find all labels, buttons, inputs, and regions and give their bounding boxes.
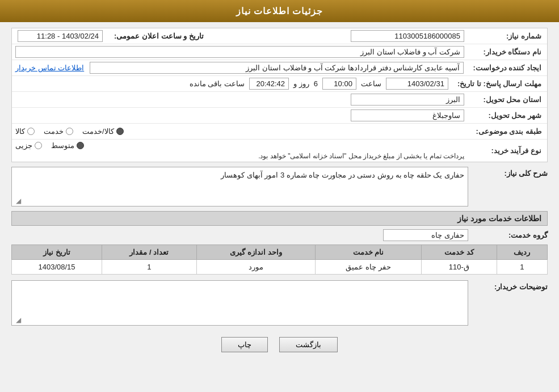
button-bar: بازگشت چاپ xyxy=(11,337,548,352)
radio-kala-khedmat xyxy=(116,128,124,135)
page-header: جزئیات اطلاعات نیاز xyxy=(0,0,559,22)
purchase-type-col: جزیی متوسط پرداخت تمام یا بخشی از مبلغ خ… xyxy=(15,141,464,160)
header-title: جزئیات اطلاعات نیاز xyxy=(236,6,323,16)
row-delivery-city: شهر محل تحویل: ساوجبلاغ xyxy=(12,108,547,124)
announcement-date-label: تاریخ و ساعت اعلان عمومی: xyxy=(108,30,209,42)
announcement-date-field: 1403/02/24 - 11:28 xyxy=(18,30,103,42)
announcement-date-value: 1403/02/24 - 11:28 xyxy=(12,28,108,44)
row-delivery-province: استان محل تحویل: البرز xyxy=(12,92,547,108)
radio-jozii xyxy=(35,142,42,149)
description-box: حفاری یک حلقه چاه به روش دستی در مجاورت … xyxy=(11,167,468,206)
buyer-desc-box: ◢ xyxy=(11,280,468,326)
creator-label: ایجاد کننده درخواست: xyxy=(467,61,547,74)
purchase-type-jozii[interactable]: جزیی xyxy=(15,141,42,150)
purchase-type-label: نوع فرآیند خرید: xyxy=(468,144,547,157)
buyer-desc-label: توضیحات خریدار: xyxy=(474,280,548,291)
category-kala-label: کالا xyxy=(15,127,25,136)
delivery-province-label: استان محل تحویل: xyxy=(468,93,547,106)
response-day-label: روز و xyxy=(293,79,309,88)
purchase-type-jozii-label: جزیی xyxy=(15,141,32,150)
response-time-label: ساعت xyxy=(361,79,381,88)
delivery-city-label: شهر محل تحویل: xyxy=(468,109,547,122)
back-button[interactable]: بازگشت xyxy=(279,337,338,352)
cell-count: 1 xyxy=(102,260,196,275)
col-date: تاریخ نیاز xyxy=(12,245,102,260)
cell-row: 1 xyxy=(497,260,547,275)
row-response-deadline: مهلت ارسال پاسخ: تا تاریخ: 1403/02/31 سا… xyxy=(12,76,547,92)
table-row: 1 ق-110 حفر چاه عمیق مورد 1 1403/08/15 xyxy=(12,260,548,275)
row-category: طبقه بندی موضوعی: کالا خدمت xyxy=(12,124,547,140)
col-code: کد خدمت xyxy=(421,245,497,260)
purchase-type-motavasset-label: متوسط xyxy=(51,141,74,150)
buyer-desc-section: توضیحات خریدار: ◢ xyxy=(11,280,548,326)
col-unit: واحد اندازه گیری xyxy=(196,245,316,260)
purchase-type-motavasset[interactable]: متوسط xyxy=(51,141,84,150)
response-date-field: 1403/02/31 xyxy=(386,78,448,90)
category-radio-group: کالا خدمت کالا/خدمت xyxy=(15,127,464,136)
page-wrapper: جزئیات اطلاعات نیاز شماره نیاز: 11030051… xyxy=(0,0,559,392)
description-section: شرح کلی نیاز: حفاری یک حلقه چاه به روش د… xyxy=(11,167,548,206)
description-label: شرح کلی نیاز: xyxy=(474,167,548,178)
description-text: حفاری یک حلقه چاه به روش دستی در مجاورت … xyxy=(221,171,464,179)
delivery-city-field: ساوجبلاغ xyxy=(351,109,464,121)
creator-field: آسیه عابدی کارشناس دفتر قراردادها شرکت آ… xyxy=(90,62,464,74)
service-group-row: گروه خدمت: حفاری چاه xyxy=(11,229,548,241)
need-number-value: 1103005186000085 xyxy=(209,28,468,44)
row-need-number: شماره نیاز: 1103005186000085 تاریخ و ساع… xyxy=(12,28,547,44)
cell-name: حفر چاه عمیق xyxy=(316,260,422,275)
description-value-container: حفاری یک حلقه چاه به روش دستی در مجاورت … xyxy=(11,167,468,206)
cell-date: 1403/08/15 xyxy=(12,260,102,275)
row-purchase-type: نوع فرآیند خرید: جزیی متوسط xyxy=(12,140,547,162)
services-table: ردیف کد خدمت نام خدمت واحد اندازه گیری ت… xyxy=(11,245,548,275)
creator-value: آسیه عابدی کارشناس دفتر قراردادها شرکت آ… xyxy=(12,60,467,75)
radio-khedmat xyxy=(66,128,73,135)
row-creator: ایجاد کننده درخواست: آسیه عابدی کارشناس … xyxy=(12,60,547,76)
purchase-type-radio-group: جزیی متوسط xyxy=(15,141,464,150)
col-name: نام خدمت xyxy=(316,245,422,260)
buyer-desc-resize-handle: ◢ xyxy=(13,316,21,324)
radio-motavasset xyxy=(77,142,84,149)
category-label: طبقه بندی موضوعی: xyxy=(468,125,547,138)
response-days-field: 6 xyxy=(314,79,318,88)
services-section-title: اطلاعات خدمات مورد نیاز xyxy=(11,211,548,226)
delivery-province-value: البرز xyxy=(12,92,468,107)
delivery-city-value: ساوجبلاغ xyxy=(12,108,468,123)
buyer-contact-link[interactable]: اطلاعات تماس خریدار xyxy=(15,64,84,72)
content-area: شماره نیاز: 1103005186000085 تاریخ و ساع… xyxy=(0,22,559,364)
radio-kala xyxy=(27,128,35,135)
buyer-desc-value-container: ◢ xyxy=(11,280,468,326)
response-deadline-label: مهلت ارسال پاسخ: تا تاریخ: xyxy=(452,77,547,90)
need-number-label: شماره نیاز: xyxy=(468,29,547,43)
col-row: ردیف xyxy=(497,245,547,260)
service-group-value: حفاری چاه xyxy=(383,229,468,241)
service-group-field: حفاری چاه xyxy=(383,229,468,241)
main-info-grid: شماره نیاز: 1103005186000085 تاریخ و ساع… xyxy=(11,28,548,162)
buyer-org-value: شرکت آب و فاضلاب استان البرز xyxy=(12,44,468,60)
buyer-org-field: شرکت آب و فاضلاب استان البرز xyxy=(15,46,464,58)
buyer-org-label: نام دستگاه خریدار: xyxy=(468,45,547,58)
category-option-kala[interactable]: کالا xyxy=(15,127,35,136)
response-remain-label: ساعت باقی مانده xyxy=(190,79,245,88)
purchase-type-value: جزیی متوسط پرداخت تمام یا بخشی از مبلغ خ… xyxy=(12,140,468,162)
delivery-province-field: البرز xyxy=(351,94,464,106)
category-value: کالا خدمت کالا/خدمت xyxy=(12,125,468,137)
category-khedmat-label: خدمت xyxy=(44,127,64,136)
service-group-label: گروه خدمت: xyxy=(474,231,548,239)
category-option-kala-khedmat[interactable]: کالا/خدمت xyxy=(82,127,124,136)
cell-unit: مورد xyxy=(196,260,316,275)
category-kala-khedmat-label: کالا/خدمت xyxy=(82,127,114,136)
cell-code: ق-110 xyxy=(421,260,497,275)
response-remain-field: 20:42:42 xyxy=(249,78,289,90)
response-deadline-value: 1403/02/31 ساعت 10:00 6 روز و 20:42:42 س… xyxy=(12,76,452,91)
need-number-field: 1103005186000085 xyxy=(351,30,464,42)
print-button[interactable]: چاپ xyxy=(221,337,268,352)
category-option-khedmat[interactable]: خدمت xyxy=(44,127,73,136)
response-time-field: 10:00 xyxy=(322,78,356,90)
row-buyer-org: نام دستگاه خریدار: شرکت آب و فاضلاب استا… xyxy=(12,44,547,60)
col-count: تعداد / مقدار xyxy=(102,245,196,260)
resize-handle: ◢ xyxy=(13,197,21,205)
purchase-note: پرداخت تمام یا بخشی از مبلغ خریداز محل "… xyxy=(15,152,464,160)
